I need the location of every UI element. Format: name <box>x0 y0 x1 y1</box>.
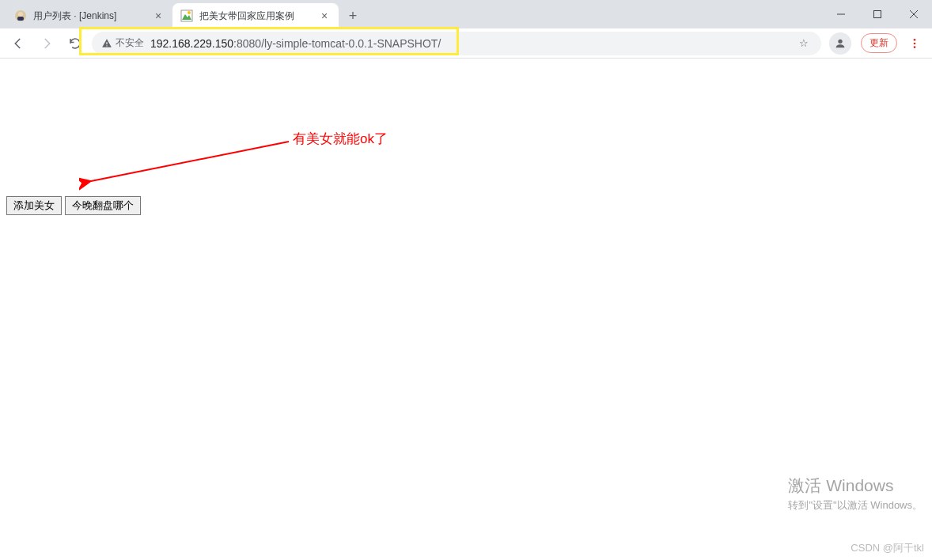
close-icon[interactable]: × <box>152 9 165 22</box>
profile-button[interactable] <box>829 32 851 55</box>
annotation-arrow-icon <box>79 138 301 201</box>
person-icon <box>834 37 847 50</box>
nav-forward-button[interactable] <box>35 32 59 55</box>
tab-app[interactable]: 把美女带回家应用案例 × <box>172 3 339 28</box>
kebab-icon <box>908 37 921 50</box>
app-favicon-icon <box>180 9 193 22</box>
nav-back-button[interactable] <box>6 32 30 55</box>
new-tab-button[interactable]: + <box>342 5 364 27</box>
update-label: 更新 <box>869 36 888 50</box>
svg-point-12 <box>838 39 842 43</box>
window-minimize-button[interactable] <box>823 2 859 26</box>
svg-point-1 <box>18 12 23 17</box>
update-button[interactable]: 更新 <box>861 33 897 53</box>
svg-point-5 <box>188 11 191 14</box>
insecure-indicator[interactable]: 不安全 <box>101 36 144 50</box>
svg-rect-2 <box>17 17 24 21</box>
jenkins-favicon-icon <box>14 9 27 22</box>
nav-reload-button[interactable] <box>63 32 87 55</box>
svg-line-16 <box>91 142 289 181</box>
csdn-watermark: CSDN @阿干tkl <box>851 541 924 555</box>
page-content: 有美女就能ok了 添加美女 今晚翻盘哪个 激活 Windows 转到"设置"以激… <box>0 59 932 560</box>
svg-rect-7 <box>874 11 881 18</box>
tab-title: 把美女带回家应用案例 <box>199 9 313 23</box>
window-controls <box>823 0 932 28</box>
watermark-line1: 激活 Windows <box>788 475 923 497</box>
annotation-text: 有美女就能ok了 <box>293 130 388 148</box>
url-text: 192.168.229.150:8080/ly-simple-tomcat-0.… <box>150 37 790 50</box>
warning-icon <box>101 38 112 49</box>
svg-point-15 <box>914 46 916 48</box>
bookmark-star-icon[interactable]: ☆ <box>796 37 812 49</box>
pick-tonight-button[interactable]: 今晚翻盘哪个 <box>65 196 141 215</box>
svg-point-13 <box>914 39 916 41</box>
url-path: :8080/ly-simple-tomcat-0.0.1-SNAPSHOT/ <box>233 37 441 50</box>
add-beauty-button[interactable]: 添加美女 <box>6 196 62 215</box>
windows-activation-watermark: 激活 Windows 转到"设置"以激活 Windows。 <box>788 475 923 513</box>
window-close-button[interactable] <box>896 2 932 26</box>
omnibox[interactable]: 不安全 192.168.229.150:8080/ly-simple-tomca… <box>92 32 821 55</box>
url-host: 192.168.229.150 <box>150 37 233 50</box>
window-maximize-button[interactable] <box>859 2 896 26</box>
page-buttons: 添加美女 今晚翻盘哪个 <box>6 196 141 215</box>
svg-rect-10 <box>106 42 107 44</box>
watermark-line2: 转到"设置"以激活 Windows。 <box>788 498 923 513</box>
close-icon[interactable]: × <box>318 9 331 22</box>
svg-rect-11 <box>106 45 107 46</box>
svg-point-14 <box>914 42 916 44</box>
tab-title: 用户列表 · [Jenkins] <box>33 9 147 23</box>
tab-jenkins[interactable]: 用户列表 · [Jenkins] × <box>6 3 172 28</box>
chrome-menu-button[interactable] <box>904 32 926 55</box>
browser-tab-strip: 用户列表 · [Jenkins] × 把美女带回家应用案例 × + <box>0 0 932 28</box>
insecure-label: 不安全 <box>116 36 144 50</box>
address-bar-row: 不安全 192.168.229.150:8080/ly-simple-tomca… <box>0 28 932 59</box>
